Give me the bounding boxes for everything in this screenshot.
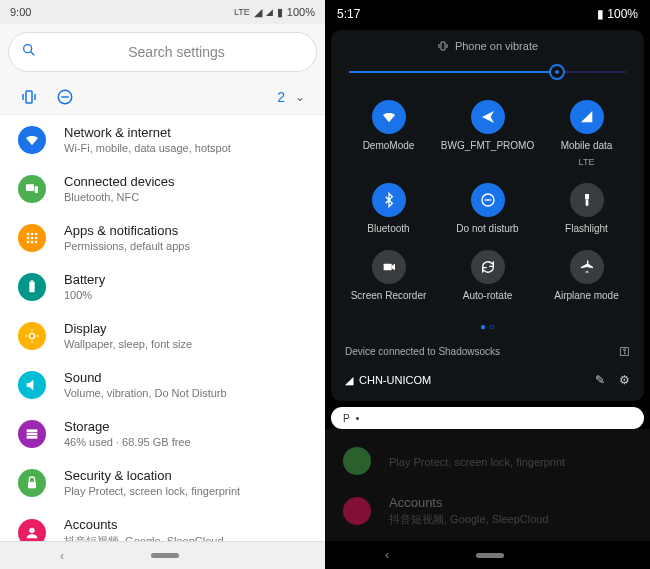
settings-item[interactable]: Apps & notifications Permissions, defaul…	[0, 213, 325, 262]
qs-tile-dnd[interactable]: Do not disturb	[438, 183, 537, 234]
left-screen-settings: 9:00 LTE ◢ ◢ ▮ 100% Search settings 2 ⌄	[0, 0, 325, 569]
settings-item[interactable]: Battery 100%	[0, 262, 325, 311]
item-subtitle: Volume, vibration, Do Not Disturb	[64, 387, 227, 399]
send-icon	[471, 100, 505, 134]
item-title: Accounts	[389, 495, 549, 510]
suggestion-count: 2	[277, 89, 285, 105]
qs-tile-send[interactable]: BWG_FMT_PROMO	[438, 100, 537, 167]
svg-point-14	[35, 236, 38, 239]
dnd-icon	[56, 88, 74, 106]
settings-item[interactable]: Security & location Play Protect, screen…	[0, 458, 325, 507]
qs-tile-plane[interactable]: Airplane mode	[537, 250, 636, 301]
item-subtitle: Bluetooth, NFC	[64, 191, 175, 203]
item-title: Sound	[64, 370, 227, 385]
item-subtitle: Wallpaper, sleep, font size	[64, 338, 192, 350]
svg-rect-28	[28, 481, 36, 488]
signal-icon: ◢	[345, 374, 353, 387]
qs-tile-cell[interactable]: Mobile data LTE	[537, 100, 636, 167]
quick-settings-panel: Phone on vibrate DemoMode BWG_FMT_PROMO …	[331, 30, 644, 401]
ringer-status[interactable]: Phone on vibrate	[331, 40, 644, 52]
status-bar: 9:00 LTE ◢ ◢ ▮ 100%	[0, 0, 325, 24]
nav-home-pill[interactable]	[151, 553, 179, 558]
svg-rect-37	[383, 264, 391, 271]
nav-bar: ‹	[0, 541, 325, 569]
settings-item[interactable]: Connected devices Bluetooth, NFC	[0, 164, 325, 213]
tile-label: Auto-rotate	[463, 290, 512, 301]
settings-item[interactable]: Sound Volume, vibration, Do Not Disturb	[0, 360, 325, 409]
sound-icon	[18, 371, 46, 399]
svg-line-1	[31, 52, 35, 56]
carrier-label: CHN-UNICOM	[359, 374, 431, 386]
battery-icon: ▮	[597, 7, 604, 21]
tile-label: Mobile data	[561, 140, 613, 151]
settings-item[interactable]: Storage 46% used · 68.95 GB free	[0, 409, 325, 458]
svg-point-13	[31, 236, 34, 239]
svg-point-16	[31, 240, 34, 243]
right-screen-quicksettings: 5:17 ▮ 100% Phone on vibrate DemoMode BW…	[325, 0, 650, 569]
item-subtitle: 抖音短视频, Google, SleepCloud	[64, 534, 224, 541]
rec-icon	[372, 250, 406, 284]
svg-point-0	[24, 45, 32, 53]
item-title: Display	[64, 321, 192, 336]
suggestion-chips-row[interactable]: 2 ⌄	[0, 80, 325, 114]
qs-tile-wifi[interactable]: DemoMode	[339, 100, 438, 167]
apps-icon	[18, 224, 46, 252]
vibrate-icon	[20, 88, 38, 106]
item-title: Storage	[64, 419, 191, 434]
status-bar: 5:17 ▮ 100%	[325, 0, 650, 28]
svg-point-10	[31, 232, 34, 235]
search-placeholder: Search settings	[49, 44, 304, 60]
cell-icon	[570, 100, 604, 134]
svg-point-11	[35, 232, 38, 235]
behind-item[interactable]: Accounts 抖音短视频, Google, SleepCloud	[325, 485, 650, 537]
item-title: Accounts	[64, 517, 224, 532]
wifi-icon	[18, 126, 46, 154]
nav-back-icon[interactable]: ‹	[385, 548, 389, 562]
signal-icon-2: ◢	[266, 7, 273, 17]
nav-home-pill[interactable]	[476, 553, 504, 558]
notification-card[interactable]: P •	[331, 407, 644, 429]
item-title: Apps & notifications	[64, 223, 190, 238]
brightness-slider[interactable]	[349, 62, 626, 82]
page-indicator[interactable]: ● ○	[331, 315, 644, 338]
tile-label: Do not disturb	[456, 223, 518, 234]
svg-rect-18	[29, 281, 34, 292]
battery-pct: 100%	[607, 7, 638, 21]
svg-rect-8	[35, 186, 38, 193]
nav-bar: ‹	[325, 541, 650, 569]
svg-point-29	[29, 528, 34, 533]
wifi-icon	[372, 100, 406, 134]
svg-rect-27	[27, 436, 38, 439]
svg-rect-35	[585, 194, 589, 199]
plane-icon	[570, 250, 604, 284]
settings-list: Network & internet Wi-Fi, mobile, data u…	[0, 114, 325, 541]
brightness-thumb-icon[interactable]	[549, 64, 565, 80]
chevron-down-icon[interactable]: ⌄	[295, 90, 305, 104]
qs-tile-flash[interactable]: Flashlight	[537, 183, 636, 234]
lte-icon: LTE	[234, 7, 250, 17]
app-icon	[343, 447, 371, 475]
qs-tile-rotate[interactable]: Auto-rotate	[438, 250, 537, 301]
behind-item[interactable]: Play Protect, screen lock, fingerprint	[325, 437, 650, 485]
tile-label: Bluetooth	[367, 223, 409, 234]
settings-item[interactable]: Accounts 抖音短视频, Google, SleepCloud	[0, 507, 325, 541]
item-subtitle: 46% used · 68.95 GB free	[64, 436, 191, 448]
item-subtitle: Play Protect, screen lock, fingerprint	[389, 456, 565, 468]
search-bar-container: Search settings	[8, 32, 317, 72]
vpn-key-icon: ⚿	[620, 346, 630, 357]
settings-item[interactable]: Network & internet Wi-Fi, mobile, data u…	[0, 115, 325, 164]
settings-item[interactable]: Display Wallpaper, sleep, font size	[0, 311, 325, 360]
edit-icon[interactable]: ✎	[595, 373, 605, 387]
svg-point-17	[35, 240, 38, 243]
svg-rect-19	[31, 280, 34, 281]
search-settings-input[interactable]: Search settings	[8, 32, 317, 72]
svg-point-20	[29, 333, 34, 338]
tile-label: BWG_FMT_PROMO	[441, 140, 534, 151]
settings-gear-icon[interactable]: ⚙	[619, 373, 630, 387]
qs-tile-bt[interactable]: Bluetooth	[339, 183, 438, 234]
qs-tile-rec[interactable]: Screen Recorder	[339, 250, 438, 301]
display-icon	[18, 322, 46, 350]
nav-back-icon[interactable]: ‹	[60, 549, 64, 563]
battery-icon: ▮	[277, 6, 283, 19]
item-subtitle: Permissions, default apps	[64, 240, 190, 252]
